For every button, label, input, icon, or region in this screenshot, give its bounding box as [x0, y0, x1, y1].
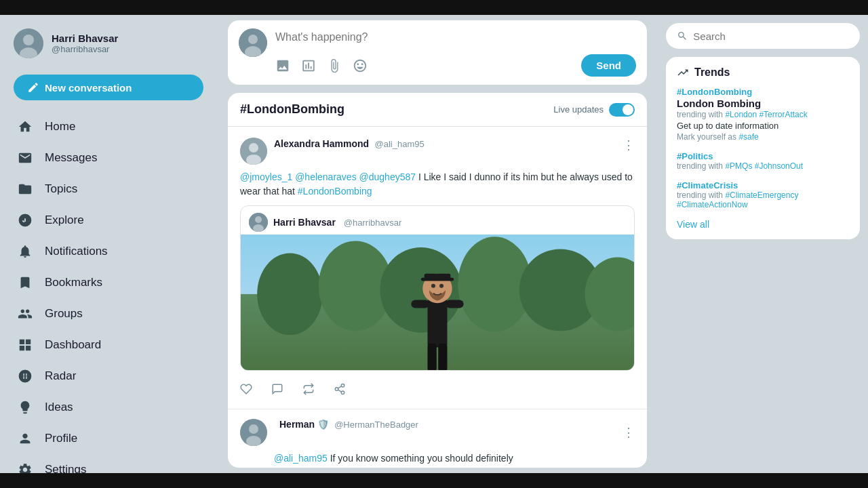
view-all-link[interactable]: View all: [677, 219, 849, 230]
svg-point-31: [341, 384, 344, 388]
tweet2-author-handle: @HermanTheBadger: [334, 420, 418, 430]
pencil-icon: [27, 81, 39, 94]
folder-icon: [16, 180, 34, 198]
trend-tags-politics[interactable]: #PMQs #JohnsonOut: [725, 161, 803, 171]
svg-line-35: [338, 386, 341, 388]
comment-icon: [271, 383, 283, 395]
trend-item-london[interactable]: #LondonBombing London Bombing trending w…: [677, 87, 849, 142]
settings-label: Settings: [45, 463, 86, 473]
emoji-icon[interactable]: [353, 58, 368, 73]
svg-rect-26: [421, 278, 454, 281]
compose-input[interactable]: [275, 28, 636, 49]
trends-icon: [677, 66, 689, 79]
sidebar-item-topics[interactable]: Topics: [8, 174, 209, 205]
like-button[interactable]: [240, 383, 252, 395]
compose-avatar: [239, 28, 267, 57]
quoted-handle: @harribhavsar: [344, 218, 401, 228]
tweet-actions: [240, 378, 635, 398]
tweet-author-name: Alexandra Hammond: [274, 138, 369, 149]
more-options-icon[interactable]: ⋮: [623, 138, 635, 152]
trend-meta-politics: trending with #PMQs #JohnsonOut: [677, 161, 849, 171]
sidebar-item-profile[interactable]: Profile: [8, 423, 209, 454]
live-updates-toggle[interactable]: [609, 103, 635, 117]
group-icon: [16, 305, 34, 323]
trend-safe-london: Mark yourself as #safe: [677, 132, 849, 142]
share-button[interactable]: [334, 383, 346, 395]
messages-label: Messages: [45, 151, 97, 165]
image-icon[interactable]: [275, 58, 290, 73]
svg-rect-28: [446, 300, 464, 308]
tweet2-author-name: Herman: [279, 419, 315, 430]
mention-link-3[interactable]: @dughey587: [359, 171, 416, 182]
sidebar-item-home[interactable]: Home: [8, 111, 209, 142]
retweet-icon: [302, 383, 315, 395]
svg-point-5: [248, 35, 258, 44]
retweet-button[interactable]: [302, 383, 315, 395]
trend-meta-climate: trending with #ClimateEmergency #Climate…: [677, 190, 849, 209]
bell-icon: [16, 243, 34, 260]
safe-link[interactable]: #safe: [738, 132, 758, 142]
compose-icons: [275, 58, 368, 73]
tweet-header: Alexandra Hammond @ali_ham95 ⋮: [240, 138, 635, 165]
quoted-name: Harri Bhavsar: [273, 217, 336, 228]
trend-tags-london[interactable]: #London #TerrorAttack: [725, 110, 807, 119]
radar-label: Radar: [45, 369, 76, 383]
groups-label: Groups: [45, 307, 83, 321]
sidebar-item-bookmarks[interactable]: Bookmarks: [8, 267, 209, 298]
sidebar-item-notifications[interactable]: Notifications: [8, 236, 209, 267]
avatar: [14, 28, 43, 58]
trend-title-london: London Bombing: [677, 98, 849, 109]
bottom-bar: [0, 473, 868, 488]
compass-icon: [16, 211, 34, 229]
tweet2-author-info: Herman 🛡️ @HermanTheBadger: [279, 419, 418, 430]
quoted-avatar: [249, 213, 268, 232]
tweet2-more-options-icon[interactable]: ⋮: [623, 425, 635, 440]
trend-meta-london: trending with #London #TerrorAttack: [677, 110, 849, 119]
sidebar-item-ideas[interactable]: Ideas: [8, 392, 209, 423]
search-input[interactable]: [693, 30, 849, 42]
feed-hashtag: #LondonBombing: [240, 102, 344, 117]
sidebar-item-radar[interactable]: Radar: [8, 361, 209, 392]
trends-header: Trends: [677, 66, 849, 79]
toggle-knob: [623, 104, 633, 115]
trend-item-climate[interactable]: #ClimateCrisis trending with #ClimateEme…: [677, 180, 849, 209]
sidebar-item-groups[interactable]: Groups: [8, 298, 209, 329]
lightbulb-icon: [16, 399, 34, 416]
sidebar-item-explore[interactable]: Explore: [8, 205, 209, 236]
feed-header: #LondonBombing Live updates: [228, 93, 647, 127]
tweet1-avatar-img: [240, 138, 267, 165]
sidebar-user-profile[interactable]: Harri Bhavsar @harribhavsar: [8, 26, 209, 61]
svg-rect-30: [438, 343, 447, 370]
sidebar-user-info: Harri Bhavsar @harribhavsar: [52, 33, 118, 54]
chart-icon[interactable]: [301, 58, 316, 73]
right-sidebar: Trends #LondonBombing London Bombing tre…: [658, 15, 868, 473]
svg-point-23: [431, 284, 435, 288]
new-conversation-button[interactable]: New conversation: [14, 75, 203, 100]
attach-icon[interactable]: [327, 58, 342, 73]
quoted-image: [241, 235, 634, 370]
compose-toolbar: Send: [275, 54, 636, 77]
home-label: Home: [45, 120, 75, 134]
gear-icon: [16, 461, 34, 473]
tweet-preview-header: Herman 🛡️ @HermanTheBadger ⋮: [240, 419, 635, 446]
sidebar-item-messages[interactable]: Messages: [8, 142, 209, 174]
sidebar-item-settings[interactable]: Settings: [8, 454, 209, 473]
main-content: Send #LondonBombing Live updates: [217, 15, 658, 473]
mention-link-1[interactable]: @jmoyles_1: [240, 171, 292, 182]
reply-button[interactable]: [271, 383, 283, 395]
tweet-card-2: Herman 🛡️ @HermanTheBadger ⋮ @ali_ham95 …: [228, 409, 647, 468]
send-button[interactable]: Send: [581, 54, 636, 77]
trends-title: Trends: [694, 66, 730, 79]
compose-box: Send: [228, 20, 647, 85]
grid-icon: [16, 336, 34, 354]
trend-item-politics[interactable]: #Politics trending with #PMQs #JohnsonOu…: [677, 151, 849, 171]
tweet-text: @jmoyles_1 @helenaraves @dughey587 I Lik…: [240, 170, 635, 199]
svg-point-3: [23, 374, 27, 378]
tweet-avatar: [240, 138, 267, 165]
user-name: Harri Bhavsar: [52, 33, 118, 44]
mention-link-2[interactable]: @helenaraves: [295, 171, 357, 182]
compose-avatar-img: [239, 28, 267, 57]
hashtag-link-1[interactable]: #LondonBombing: [298, 186, 372, 197]
sidebar-item-dashboard[interactable]: Dashboard: [8, 329, 209, 361]
tweet2-mention[interactable]: @ali_ham95: [274, 453, 328, 464]
